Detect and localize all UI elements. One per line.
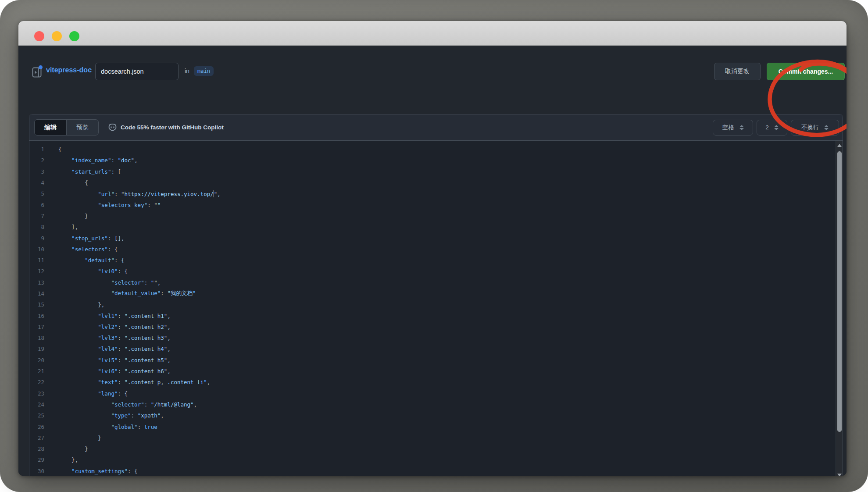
line-content: "default": { <box>58 257 125 264</box>
code-line-15[interactable]: 15 }, <box>29 299 843 310</box>
code-line-24[interactable]: 24 "selector": "/html/@lang", <box>29 399 843 410</box>
code-line-3[interactable]: 3 "start_urls": [ <box>29 166 843 177</box>
select-wrap-mode[interactable]: 不换行 <box>791 120 839 135</box>
select-indent-mode-value: 空格 <box>722 124 734 132</box>
line-number: 1 <box>29 146 44 153</box>
up-down-caret-icon <box>824 125 829 130</box>
minimize-window-button[interactable] <box>52 31 62 41</box>
code-line-28[interactable]: 28 } <box>29 443 843 454</box>
select-indent-mode[interactable]: 空格 <box>713 120 753 135</box>
code-line-8[interactable]: 8 ], <box>29 221 843 232</box>
line-content: "lvl5": ".content h5", <box>58 357 171 364</box>
line-content: "start_urls": [ <box>58 168 121 175</box>
code-line-16[interactable]: 16 "lvl1": ".content h1", <box>29 310 843 321</box>
select-wrap-mode-value: 不换行 <box>801 124 819 132</box>
file-tree-toggle-icon[interactable] <box>32 65 43 78</box>
in-label: in <box>185 68 189 75</box>
window-titlebar <box>18 21 847 46</box>
code-line-29[interactable]: 29 }, <box>29 454 843 465</box>
code-line-1[interactable]: 1{ <box>29 144 843 155</box>
cancel-changes-button[interactable]: 取消更改 <box>714 63 761 80</box>
up-down-caret-icon <box>774 125 779 130</box>
scroll-up-arrow-icon[interactable] <box>837 144 842 147</box>
line-number: 29 <box>29 456 44 463</box>
line-number: 28 <box>29 446 44 452</box>
branch-badge: main <box>194 66 214 76</box>
line-number: 19 <box>29 346 44 352</box>
line-content: } <box>58 446 88 452</box>
line-content: "selector": "/html/@lang", <box>58 401 197 408</box>
editor-settings: 空格2不换行 <box>713 120 839 135</box>
code-line-25[interactable]: 25 "type": "xpath", <box>29 410 843 421</box>
code-line-2[interactable]: 2 "index_name": "doc", <box>29 155 843 166</box>
line-number: 5 <box>29 190 44 197</box>
zoom-window-button[interactable] <box>69 31 79 41</box>
editor-toolbar: 编辑预览 Code 55% faster with GitHub Copilot… <box>29 114 843 141</box>
line-number: 8 <box>29 224 44 230</box>
code-line-18[interactable]: 18 "lvl3": ".content h3", <box>29 332 843 343</box>
code-line-21[interactable]: 21 "lvl6": ".content h6", <box>29 366 843 377</box>
line-number: 20 <box>29 357 44 364</box>
code-editor[interactable]: 1{2 "index_name": "doc",3 "start_urls": … <box>29 141 843 476</box>
line-number: 17 <box>29 324 44 330</box>
code-line-4[interactable]: 4 { <box>29 177 843 188</box>
copilot-banner[interactable]: Code 55% faster with GitHub Copilot <box>108 123 224 132</box>
line-content: "type": "xpath", <box>58 412 164 419</box>
line-content: } <box>58 213 88 219</box>
code-line-30[interactable]: 30 "custom_settings": { <box>29 466 843 476</box>
line-number: 21 <box>29 368 44 374</box>
page-content: vitepress-doc / in main 取消更改 Commit chan… <box>18 46 847 476</box>
line-number: 4 <box>29 179 44 186</box>
code-line-17[interactable]: 17 "lvl2": ".content h2", <box>29 321 843 332</box>
vertical-scrollbar[interactable] <box>836 141 843 476</box>
select-indent-size-value: 2 <box>765 124 769 131</box>
line-content: "text": ".content p, .content li", <box>58 379 210 385</box>
line-number: 13 <box>29 279 44 286</box>
line-content: { <box>58 146 62 153</box>
line-content: "lvl4": ".content h4", <box>58 346 171 352</box>
code-line-9[interactable]: 9 "stop_urls": [], <box>29 232 843 243</box>
tab-edit[interactable]: 编辑 <box>35 120 67 135</box>
code-line-22[interactable]: 22 "text": ".content p, .content li", <box>29 377 843 388</box>
code-line-7[interactable]: 7 } <box>29 210 843 221</box>
code-line-23[interactable]: 23 "lang": { <box>29 388 843 399</box>
select-indent-size[interactable]: 2 <box>757 120 787 135</box>
code-line-10[interactable]: 10 "selectors": { <box>29 244 843 255</box>
app-window: vitepress-doc / in main 取消更改 Commit chan… <box>18 21 847 476</box>
code-line-19[interactable]: 19 "lvl4": ".content h4", <box>29 343 843 354</box>
code-line-12[interactable]: 12 "lvl0": { <box>29 266 843 277</box>
line-number: 18 <box>29 335 44 341</box>
scrollbar-thumb[interactable] <box>837 151 842 432</box>
repo-name-link[interactable]: vitepress-doc <box>46 66 92 74</box>
line-content: "lvl1": ".content h1", <box>58 313 171 319</box>
close-window-button[interactable] <box>34 31 44 41</box>
code-line-20[interactable]: 20 "lvl5": ".content h5", <box>29 355 843 366</box>
commit-changes-button[interactable]: Commit changes... <box>767 63 845 80</box>
code-line-13[interactable]: 13 "selector": "", <box>29 277 843 288</box>
line-number: 7 <box>29 213 44 219</box>
code-line-27[interactable]: 27 } <box>29 432 843 443</box>
editor-panel: 编辑预览 Code 55% faster with GitHub Copilot… <box>29 114 843 476</box>
line-content: "lang": { <box>58 390 128 397</box>
line-number: 2 <box>29 157 44 164</box>
code-line-11[interactable]: 11 "default": { <box>29 255 843 266</box>
code-line-26[interactable]: 26 "global": true <box>29 421 843 432</box>
line-content: "lvl0": { <box>58 268 128 275</box>
tab-preview[interactable]: 预览 <box>67 120 98 135</box>
line-content: "url": "https://vitepress.yiov.top/", <box>58 190 221 197</box>
code-line-14[interactable]: 14 "default_value": "我的文档" <box>29 288 843 299</box>
file-name-input[interactable] <box>95 63 179 80</box>
up-down-caret-icon <box>739 125 744 130</box>
line-number: 30 <box>29 468 44 474</box>
line-content: { <box>58 179 88 186</box>
line-content: } <box>58 435 101 441</box>
copilot-icon <box>108 123 117 132</box>
line-content: "custom_settings": { <box>58 468 138 474</box>
code-line-5[interactable]: 5 "url": "https://vitepress.yiov.top/", <box>29 188 843 199</box>
line-content: }, <box>58 301 104 308</box>
line-number: 22 <box>29 379 44 385</box>
scroll-down-arrow-icon[interactable] <box>837 474 842 476</box>
code-line-6[interactable]: 6 "selectors_key": "" <box>29 199 843 210</box>
editor-header: vitepress-doc / in main 取消更改 Commit chan… <box>18 63 847 80</box>
line-content: "lvl2": ".content h2", <box>58 324 171 330</box>
